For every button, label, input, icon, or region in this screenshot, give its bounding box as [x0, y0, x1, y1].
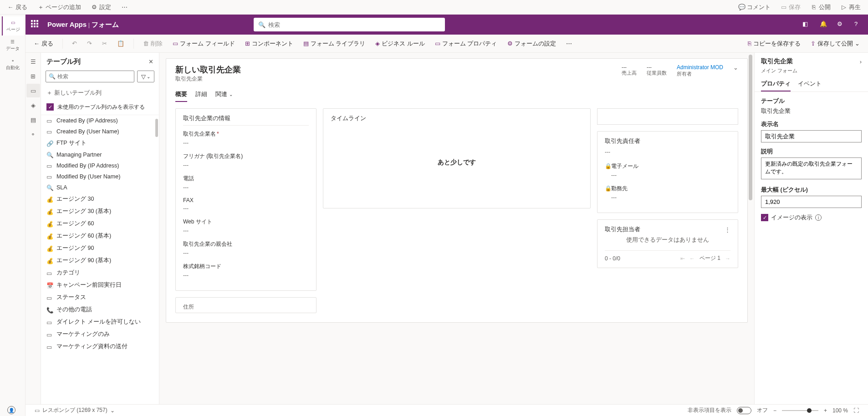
save-icon: ▭: [781, 4, 787, 10]
overflow-button[interactable]: ⋯: [117, 2, 131, 12]
plus-icon: ＋: [37, 4, 44, 10]
save-label: 保存: [789, 3, 801, 11]
arrow-left-icon: ←: [7, 4, 14, 10]
settings-button[interactable]: ⚙ 設定: [87, 1, 115, 13]
add-page-label: ページの追加: [46, 3, 81, 11]
more-icon: ⋯: [121, 4, 128, 10]
publish-icon: ⎘: [811, 4, 817, 10]
play-icon: ▷: [841, 4, 847, 10]
publish-label: 公開: [819, 3, 831, 11]
publish-button[interactable]: ⎘ 公開: [807, 1, 834, 13]
play-button[interactable]: ▷ 再生: [837, 1, 864, 13]
back-label: 戻る: [15, 3, 27, 11]
gear-icon: ⚙: [91, 4, 97, 10]
settings-label: 設定: [99, 3, 111, 11]
add-page-button[interactable]: ＋ ページの追加: [34, 1, 85, 13]
back-button[interactable]: ← 戻る: [4, 1, 31, 13]
comment-button[interactable]: 💬 コメント: [735, 1, 774, 13]
play-label: 再生: [849, 3, 861, 11]
save-button[interactable]: ▭ 保存: [777, 1, 804, 13]
comment-icon: 💬: [739, 4, 745, 10]
comment-label: コメント: [747, 3, 771, 11]
top-bar: ← 戻る ＋ ページの追加 ⚙ 設定 ⋯ 💬 コメント ▭ 保存 ⎘ 公開 ▷: [0, 0, 868, 15]
